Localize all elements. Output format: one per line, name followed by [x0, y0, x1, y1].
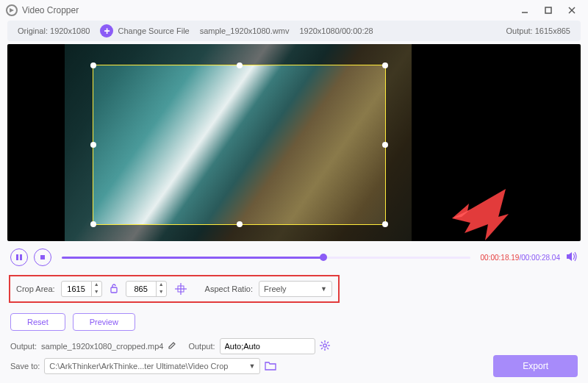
save-path-select[interactable]: C:\ArkThinker\ArkThinke...ter Ultimate\V… — [44, 358, 260, 374]
output-format-field[interactable] — [220, 338, 315, 354]
pause-button[interactable] — [10, 248, 28, 266]
app-logo-icon — [6, 4, 18, 16]
crop-height-spinner[interactable]: ▲▼ — [156, 282, 166, 296]
crop-settings-row: Crop Area: ▲▼ ▲▼ Aspect Ratio: Freely ▼ — [9, 275, 340, 303]
resolution-duration: 1920x1080/00:00:28 — [299, 26, 373, 35]
open-folder-icon[interactable] — [265, 361, 276, 372]
settings-icon[interactable] — [320, 340, 330, 352]
crop-width-spinner[interactable]: ▲▼ — [91, 282, 101, 296]
action-buttons: Reset Preview — [10, 313, 578, 331]
svg-line-21 — [327, 342, 329, 343]
plus-icon: + — [100, 24, 113, 37]
source-filename: sample_1920x1080.wmv — [200, 26, 290, 35]
aspect-ratio-value: Freely — [264, 284, 287, 293]
window-controls — [514, 3, 582, 18]
aspect-ratio-select[interactable]: Freely ▼ — [259, 281, 332, 297]
output-format-input[interactable] — [225, 342, 310, 351]
change-source-label: Change Source File — [118, 26, 189, 35]
time-current: 00:00:18.19 — [481, 254, 520, 262]
maximize-button[interactable] — [538, 3, 559, 18]
svg-rect-1 — [545, 7, 551, 13]
minimize-button[interactable] — [514, 3, 535, 18]
close-button[interactable] — [562, 3, 582, 18]
crop-mask — [65, 44, 412, 65]
crop-handle-middle-right[interactable] — [382, 142, 388, 148]
svg-rect-8 — [40, 255, 45, 259]
crop-mask — [386, 65, 412, 225]
svg-point-14 — [323, 344, 326, 347]
crop-handle-bottom-right[interactable] — [382, 221, 388, 227]
crop-handle-top-right[interactable] — [382, 62, 388, 68]
seek-progress — [62, 257, 323, 259]
chevron-down-icon: ▼ — [320, 285, 327, 293]
original-size-label: Original: 1920x1080 — [18, 26, 90, 35]
crop-handle-middle-left[interactable] — [90, 142, 96, 148]
crop-mask — [65, 65, 93, 225]
output-row: Output: sample_1920x1080_cropped.mp4 Out… — [10, 338, 578, 354]
save-path-value: C:\ArkThinker\ArkThinke...ter Ultimate\V… — [49, 362, 228, 371]
export-button[interactable]: Export — [493, 355, 578, 377]
seek-thumb[interactable] — [320, 254, 327, 261]
crop-width-input[interactable]: ▲▼ — [61, 281, 102, 297]
output-size-label: Output: 1615x865 — [506, 26, 570, 35]
video-preview[interactable] — [7, 44, 581, 241]
crop-mask — [65, 225, 412, 241]
edit-filename-icon[interactable] — [168, 341, 176, 351]
info-bar: Original: 1920x1080 + Change Source File… — [7, 21, 581, 41]
aspect-ratio-label: Aspect Ratio: — [205, 284, 253, 293]
save-to-label: Save to: — [10, 362, 40, 371]
svg-line-20 — [327, 348, 329, 349]
svg-rect-7 — [20, 254, 22, 260]
chevron-down-icon: ▼ — [248, 362, 255, 370]
preview-button[interactable]: Preview — [73, 313, 135, 331]
crop-height-field[interactable] — [126, 284, 156, 293]
output-file-label: Output: — [10, 342, 37, 351]
svg-rect-6 — [16, 254, 18, 260]
crop-handle-top-middle[interactable] — [237, 62, 243, 68]
svg-marker-9 — [567, 252, 572, 261]
time-total: /00:00:28.04 — [519, 254, 560, 262]
playback-bar: 00:00:18.19/00:00:28.04 — [0, 241, 588, 272]
crop-handle-top-left[interactable] — [90, 62, 96, 68]
svg-line-22 — [321, 348, 323, 349]
window-title: Video Cropper — [22, 5, 79, 15]
svg-line-19 — [321, 342, 323, 343]
svg-rect-10 — [111, 287, 117, 293]
title-bar: Video Cropper — [0, 0, 588, 21]
time-display: 00:00:18.19/00:00:28.04 — [481, 254, 560, 262]
crop-width-field[interactable] — [62, 284, 91, 293]
output-format-label: Output: — [188, 342, 215, 351]
crop-area-label: Crop Area: — [16, 284, 55, 293]
output-filename: sample_1920x1080_cropped.mp4 — [41, 342, 163, 351]
crop-handle-bottom-middle[interactable] — [237, 221, 243, 227]
center-crop-icon[interactable] — [173, 281, 189, 297]
save-row: Save to: C:\ArkThinker\ArkThinke...ter U… — [10, 355, 578, 377]
seek-bar[interactable] — [62, 257, 470, 259]
crop-rectangle[interactable] — [93, 65, 386, 225]
volume-icon[interactable] — [566, 251, 578, 263]
aspect-lock-icon[interactable] — [108, 283, 120, 295]
crop-handle-bottom-left[interactable] — [90, 221, 96, 227]
change-source-button[interactable]: + Change Source File — [100, 24, 189, 37]
crop-height-input[interactable]: ▲▼ — [126, 281, 167, 297]
reset-button[interactable]: Reset — [10, 313, 65, 331]
stop-button[interactable] — [34, 248, 51, 266]
